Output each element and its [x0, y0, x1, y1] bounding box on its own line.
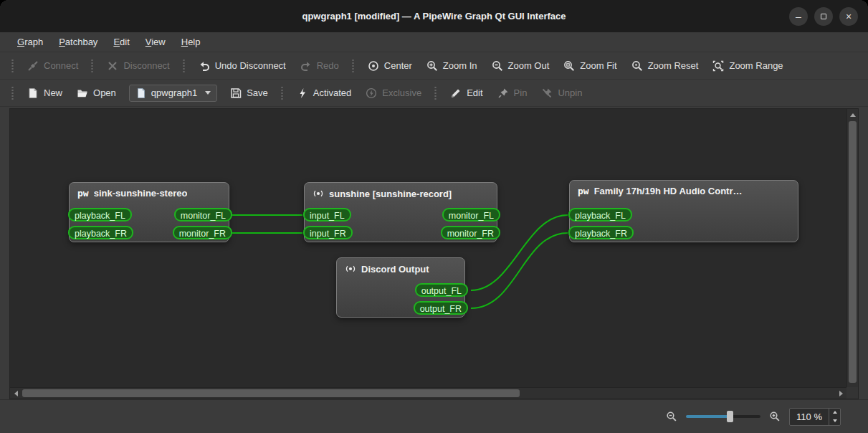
cable[interactable] — [471, 233, 568, 308]
menu-view[interactable]: View — [138, 34, 173, 49]
open-button[interactable]: Open — [70, 84, 123, 103]
node-family-hd-audio[interactable]: pw Family 17h/19h HD Audio Contr… playba… — [569, 180, 798, 242]
minimize-icon: – — [796, 11, 801, 22]
unpin-button[interactable]: Unpin — [534, 84, 589, 103]
maximize-icon — [821, 14, 826, 19]
unpin-icon — [541, 87, 553, 99]
toolbar-drag-handle[interactable] — [182, 59, 186, 73]
redo-button[interactable]: Redo — [293, 57, 346, 75]
undo-disconnect-button[interactable]: Undo Disconnect — [191, 57, 293, 75]
zoom-out-icon — [492, 60, 503, 72]
titlebar: qpwgraph1 [modified] — A PipeWire Graph … — [0, 0, 868, 32]
port-input[interactable]: input_FR — [303, 226, 353, 239]
menu-patchbay[interactable]: Patchbay — [52, 34, 105, 49]
exclusive-toggle[interactable]: Exclusive — [358, 84, 429, 103]
node-sunshine-record[interactable]: sunshine [sunshine-record] input_FL inpu… — [304, 182, 497, 242]
undo-icon — [199, 60, 210, 72]
vertical-scrollbar[interactable] — [846, 109, 858, 387]
close-button[interactable]: × — [839, 7, 858, 26]
port-output[interactable]: monitor_FR — [441, 226, 500, 239]
port-input[interactable]: playback_FR — [568, 226, 634, 239]
menu-edit[interactable]: Edit — [106, 34, 136, 49]
node-title: Family 17h/19h HD Audio Contr… — [594, 186, 743, 196]
center-button[interactable]: Center — [361, 57, 419, 75]
zoom-in-icon — [426, 60, 438, 72]
zoom-range-button[interactable]: Zoom Range — [705, 57, 790, 75]
node-header: Discord Output — [337, 258, 464, 280]
spin-up-button[interactable] — [829, 409, 840, 417]
scroll-left-button[interactable] — [10, 388, 22, 399]
disconnect-button[interactable]: Disconnect — [100, 57, 176, 75]
arrow-up-icon — [850, 113, 856, 117]
spin-down-button[interactable] — [829, 417, 840, 425]
toolbar-drag-handle[interactable] — [280, 86, 285, 100]
menu-help[interactable]: Help — [174, 34, 208, 49]
arrow-right-icon — [839, 391, 843, 396]
pin-icon — [497, 87, 509, 99]
toolbar-drag-handle[interactable] — [90, 59, 95, 73]
save-button[interactable]: Save — [223, 84, 275, 103]
node-discord-output[interactable]: Discord Output output_FL output_FR — [336, 257, 465, 318]
center-icon — [368, 60, 379, 72]
zoom-out-button[interactable]: Zoom Out — [485, 57, 557, 75]
horizontal-scrollbar-thumb[interactable] — [22, 389, 520, 397]
port-output[interactable]: monitor_FR — [173, 226, 232, 239]
port-output[interactable]: output_FR — [414, 301, 468, 315]
redo-icon — [300, 60, 312, 72]
scroll-right-button[interactable] — [835, 388, 846, 399]
menu-graph[interactable]: Graph — [10, 34, 50, 49]
new-button[interactable]: New — [20, 84, 70, 103]
scroll-up-button[interactable] — [847, 109, 859, 120]
node-header: sunshine [sunshine-record] — [305, 183, 497, 204]
zoom-fit-icon — [563, 60, 575, 72]
port-output[interactable]: output_FL — [415, 283, 468, 297]
zoom-percent-spinbox[interactable]: 110 % — [789, 408, 841, 426]
zoom-out-icon[interactable] — [666, 411, 677, 422]
patchbay-file-combo[interactable]: qpwgraph1 — [129, 85, 217, 102]
zoom-reset-button[interactable]: Zoom Reset — [624, 57, 706, 75]
exclusive-icon — [366, 87, 377, 99]
minimize-button[interactable]: – — [789, 7, 808, 26]
lightning-icon — [297, 87, 308, 99]
toolbar-drag-handle[interactable] — [351, 59, 356, 73]
node-header: pw sink-sunshine-stereo — [70, 183, 229, 204]
maximize-button[interactable] — [814, 7, 833, 26]
edit-button[interactable]: Edit — [443, 84, 490, 103]
cables-layer — [10, 109, 846, 387]
zoom-slider[interactable] — [686, 410, 760, 423]
menubar: Graph Patchbay Edit View Help — [0, 32, 868, 52]
horizontal-scrollbar[interactable] — [10, 387, 846, 399]
zoom-percent-value: 110 % — [790, 409, 829, 425]
node-sink-sunshine-stereo[interactable]: pw sink-sunshine-stereo playback_FL play… — [69, 182, 229, 242]
file-icon — [135, 87, 147, 99]
disconnect-icon — [107, 60, 118, 72]
vertical-scrollbar-thumb[interactable] — [849, 121, 857, 383]
zoom-range-icon — [712, 60, 724, 72]
port-output[interactable]: monitor_FL — [174, 208, 232, 222]
connect-button[interactable]: Connect — [20, 57, 85, 75]
node-header: pw Family 17h/19h HD Audio Contr… — [570, 181, 798, 201]
combo-value: qpwgraph1 — [151, 87, 197, 98]
zoom-reset-icon — [631, 60, 643, 72]
chevron-down-icon — [205, 91, 211, 95]
port-output[interactable]: monitor_FL — [442, 208, 500, 222]
toolbar-drag-handle[interactable] — [11, 59, 15, 73]
pin-button[interactable]: Pin — [490, 84, 535, 103]
port-input[interactable]: playback_FR — [68, 226, 133, 239]
pipewire-icon: pw — [77, 188, 89, 199]
new-file-icon — [27, 87, 39, 99]
graph-canvas[interactable]: pw sink-sunshine-stereo playback_FL play… — [10, 109, 846, 387]
zoom-fit-button[interactable]: Zoom Fit — [556, 57, 624, 75]
node-title: sunshine [sunshine-record] — [329, 189, 452, 199]
port-input[interactable]: playback_FL — [68, 208, 132, 222]
activated-toggle[interactable]: Activated — [290, 84, 358, 103]
zoom-slider-handle[interactable] — [727, 411, 733, 422]
toolbar-drag-handle[interactable] — [11, 86, 15, 100]
port-input[interactable]: input_FL — [303, 208, 351, 222]
toolbar-drag-handle[interactable] — [434, 86, 438, 100]
port-input[interactable]: playback_FL — [568, 208, 632, 222]
open-folder-icon — [77, 87, 88, 99]
zoom-in-icon[interactable] — [769, 411, 781, 422]
zoom-in-button[interactable]: Zoom In — [419, 57, 485, 75]
app-window: qpwgraph1 [modified] — A PipeWire Graph … — [0, 0, 868, 433]
